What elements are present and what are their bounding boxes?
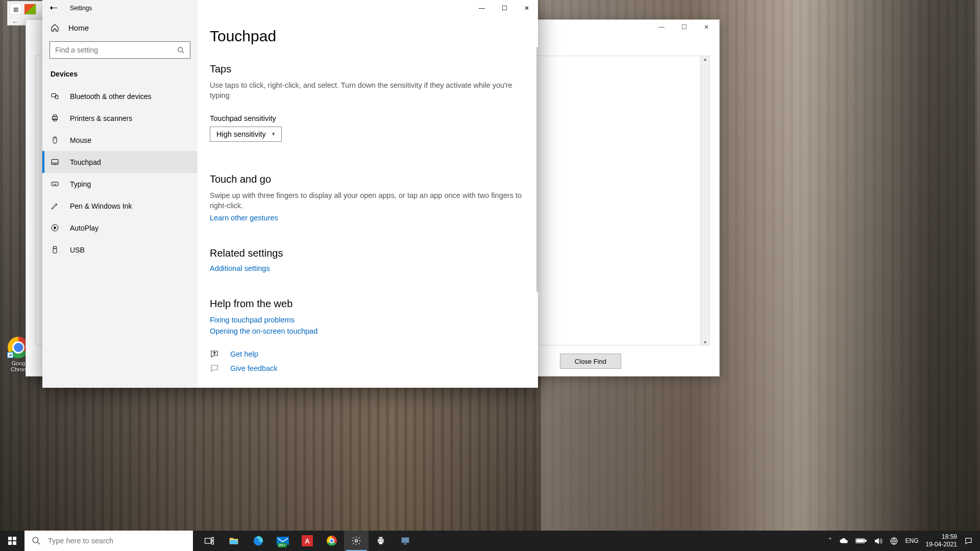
svg-line-23: [37, 542, 40, 544]
taskbar-app-monitor[interactable]: [393, 531, 418, 551]
minimize-button[interactable]: —: [651, 21, 672, 33]
page-title: Touchpad: [210, 28, 526, 45]
mail-badge: 99+: [278, 543, 287, 547]
windows-icon: [8, 537, 16, 545]
sidebar-item-usb[interactable]: USB: [42, 239, 198, 261]
svg-rect-20: [53, 248, 57, 253]
settings-sidebar: 🠐 Settings Home Devices Bluetooth & othe…: [42, 0, 198, 388]
svg-rect-24: [205, 538, 211, 543]
get-help-icon: ?: [210, 349, 219, 359]
bluetooth-icon: [51, 92, 60, 101]
taskbar-app-edge[interactable]: [246, 531, 271, 551]
scrollbar[interactable]: [536, 47, 538, 292]
touchpad-icon: [51, 158, 60, 166]
settings-window: 🠐 Settings Home Devices Bluetooth & othe…: [42, 0, 538, 388]
maximize-button[interactable]: ☐: [673, 21, 695, 33]
printer-icon: [51, 114, 60, 122]
feedback-icon: [210, 364, 219, 373]
sidebar-item-label: AutoPlay: [70, 224, 99, 232]
maximize-button[interactable]: ☐: [493, 0, 516, 16]
tray-onedrive-icon[interactable]: [839, 537, 848, 544]
tray-chevron-up-icon[interactable]: ˄: [828, 537, 832, 545]
tray-language[interactable]: ENG: [905, 537, 919, 544]
close-find-button[interactable]: Close Find: [560, 354, 621, 369]
search-icon: [177, 46, 185, 54]
svg-marker-18: [54, 227, 56, 230]
sidebar-item-touchpad[interactable]: Touchpad: [42, 151, 198, 173]
task-view-button[interactable]: [197, 531, 222, 551]
section-help-heading: Help from the web: [210, 298, 526, 310]
settings-search[interactable]: [50, 41, 190, 59]
close-button[interactable]: ✕: [516, 0, 538, 16]
window-title: Settings: [70, 5, 92, 12]
section-related-heading: Related settings: [210, 247, 526, 259]
sidebar-item-printers[interactable]: Printers & scanners: [42, 107, 198, 129]
learn-gestures-link[interactable]: Learn other gestures: [210, 214, 526, 222]
svg-rect-37: [856, 539, 864, 542]
tray-battery-icon[interactable]: [855, 538, 867, 544]
svg-rect-6: [54, 119, 57, 121]
tray-clock[interactable]: 18:59 19-04-2021: [926, 533, 957, 548]
svg-rect-34: [404, 543, 407, 545]
back-button[interactable]: 🠐: [50, 4, 58, 13]
svg-rect-31: [379, 537, 383, 539]
minimize-button[interactable]: —: [471, 0, 493, 16]
browser-tab[interactable]: [24, 4, 36, 15]
sidebar-item-label: USB: [70, 246, 85, 254]
svg-rect-36: [865, 540, 866, 541]
mouse-icon: [51, 136, 60, 144]
sidebar-item-label: Printers & scanners: [70, 114, 132, 122]
browser-tab[interactable]: ▥: [10, 4, 22, 15]
help-link-onscreen[interactable]: Opening the on-screen touchpad: [210, 327, 526, 335]
section-touchgo-text: Swipe up with three fingers to display a…: [210, 190, 526, 211]
svg-rect-26: [212, 541, 213, 544]
tray-volume-icon[interactable]: [874, 537, 883, 545]
svg-rect-5: [54, 115, 57, 117]
additional-settings-link[interactable]: Additional settings: [210, 264, 526, 272]
usb-icon: [51, 245, 60, 254]
section-taps-text: Use taps to click, right-click, and sele…: [210, 80, 526, 101]
get-help-link[interactable]: Get help: [230, 350, 258, 358]
tray-network-icon[interactable]: [890, 537, 898, 545]
taskbar-app-mail[interactable]: 99+: [271, 531, 295, 551]
sidebar-item-bluetooth[interactable]: Bluetooth & other devices: [42, 85, 198, 107]
search-icon: [32, 536, 41, 545]
sidebar-item-pen[interactable]: Pen & Windows Ink: [42, 195, 198, 217]
scrollbar[interactable]: ▴▾: [700, 56, 709, 345]
tray-notifications-icon[interactable]: [964, 537, 973, 545]
system-tray: ˄ ENG 18:59 19-04-2021: [828, 533, 980, 548]
taskbar-app-settings[interactable]: [344, 531, 369, 551]
svg-rect-19: [54, 246, 57, 248]
taskbar: Type here to search 99+ A: [0, 531, 980, 551]
help-link-fixing[interactable]: Fixing touchpad problems: [210, 316, 526, 324]
chevron-down-icon: ▾: [272, 131, 275, 137]
browser-back-icon[interactable]: ←: [12, 18, 19, 26]
home-icon: [51, 23, 59, 32]
sidebar-item-autoplay[interactable]: AutoPlay: [42, 217, 198, 239]
svg-rect-4: [53, 117, 58, 120]
section-touchgo-heading: Touch and go: [210, 173, 526, 185]
taskbar-app-printer[interactable]: [369, 531, 393, 551]
give-feedback-link[interactable]: Give feedback: [230, 364, 278, 372]
close-button[interactable]: ✕: [696, 21, 717, 33]
sensitivity-dropdown[interactable]: High sensitivity ▾: [210, 127, 282, 142]
sidebar-item-mouse[interactable]: Mouse: [42, 129, 198, 151]
sidebar-section-title: Devices: [42, 66, 198, 85]
sidebar-home[interactable]: Home: [42, 16, 198, 39]
taskbar-app-chrome[interactable]: [320, 531, 344, 551]
sidebar-item-label: Touchpad: [70, 158, 101, 166]
sidebar-item-typing[interactable]: Typing: [42, 173, 198, 195]
tray-time: 18:59: [926, 533, 957, 541]
dropdown-value: High sensitivity: [216, 130, 266, 138]
search-input[interactable]: [55, 46, 177, 54]
sensitivity-label: Touchpad sensitivity: [210, 114, 526, 122]
sidebar-item-label: Typing: [70, 180, 91, 188]
settings-main: — ☐ ✕ Touchpad Taps Use taps to click, r…: [198, 0, 538, 388]
taskbar-search[interactable]: Type here to search: [24, 531, 193, 551]
taskbar-app-acrobat[interactable]: A: [295, 531, 320, 551]
start-button[interactable]: [0, 531, 24, 551]
taskbar-app-explorer[interactable]: [222, 531, 246, 551]
taskbar-search-placeholder: Type here to search: [48, 537, 113, 545]
section-taps-heading: Taps: [210, 63, 526, 75]
sidebar-item-label: Mouse: [70, 136, 91, 144]
